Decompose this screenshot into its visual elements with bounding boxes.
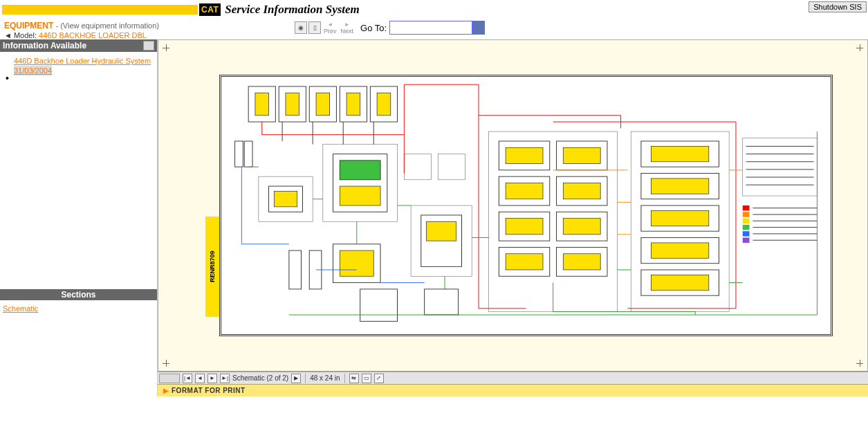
svg-rect-19 [289, 250, 302, 289]
format-bar: ▶ FORMAT FOR PRINT [158, 384, 868, 396]
svg-rect-26 [427, 221, 456, 241]
svg-rect-27 [425, 289, 459, 315]
svg-rect-55 [652, 243, 709, 258]
fit-page-icon[interactable]: ▭ [362, 374, 371, 383]
prev-arrow-icon[interactable]: ◄ [327, 21, 333, 28]
svg-rect-9 [377, 93, 391, 116]
globe-icon[interactable]: ◉ [295, 21, 307, 34]
sidebar: Information Available • 446D Backhoe Loa… [0, 39, 158, 396]
svg-rect-51 [652, 178, 709, 194]
sidebar-section-schematic[interactable]: Schematic [3, 304, 38, 313]
app-title: Service Information System [225, 3, 360, 17]
svg-rect-57 [652, 275, 709, 290]
svg-rect-69 [743, 231, 750, 236]
svg-rect-22 [340, 250, 373, 276]
first-page-icon[interactable]: |◄ [183, 374, 192, 383]
svg-rect-14 [274, 192, 297, 207]
next-page-icon[interactable]: ► [207, 374, 217, 383]
equipment-title: EQUIPMENT [4, 21, 53, 30]
schematic-diagram [219, 75, 833, 336]
svg-rect-40 [506, 219, 543, 235]
svg-rect-70 [743, 238, 750, 243]
prev-page-icon[interactable]: ◄ [195, 374, 205, 383]
app-header: CAT Service Information System Shutdown … [0, 0, 868, 19]
cat-logo-text: CAT [201, 5, 219, 15]
svg-rect-5 [255, 93, 269, 116]
viewer-status-bar: |◄ ◄ ► ►| Schematic (2 of 2) ▶ 48 x 24 i… [158, 371, 868, 384]
model-value: 446D BACKHOE LOADER DBL [39, 31, 147, 39]
svg-rect-44 [506, 254, 543, 270]
svg-rect-38 [563, 183, 600, 199]
sidebar-sections-body: Schematic [0, 300, 157, 317]
svg-rect-29 [438, 154, 465, 180]
equipment-bar: EQUIPMENT - (View equipment information)… [0, 19, 868, 39]
last-page-icon[interactable]: ►| [220, 374, 230, 383]
status-title: Schematic (2 of 2) [232, 374, 288, 382]
sidebar-item-doc-title[interactable]: 446D Backhoe Loader Hydraulic System [14, 56, 156, 66]
shutdown-button[interactable]: Shutdown SIS [809, 1, 867, 12]
svg-rect-53 [652, 210, 709, 226]
nav-toolbar: ◉ ▯ ◄ Prev ► Next Go To: [295, 21, 485, 35]
document-icon[interactable]: ▯ [308, 21, 321, 34]
header-accent-bar [2, 5, 198, 15]
sidebar-sections-header: Sections [0, 289, 157, 300]
back-arrow-icon[interactable]: ◄ [4, 31, 12, 39]
svg-rect-68 [743, 225, 750, 230]
viewer-canvas[interactable]: RENR8709 [158, 39, 868, 371]
cat-logo: CAT [199, 3, 221, 16]
sidebar-info-header: Information Available [0, 39, 157, 52]
format-for-print-link[interactable]: FORMAT FOR PRINT [172, 387, 246, 394]
goto-label: Go To: [360, 23, 387, 33]
zoom-icon[interactable]: ⤢ [374, 374, 384, 383]
svg-rect-11 [244, 141, 252, 167]
goto-dropdown-icon[interactable] [472, 21, 485, 35]
sidebar-info-body: • 446D Backhoe Loader Hydraulic System 3… [0, 52, 157, 137]
sidebar-collapse-icon[interactable] [143, 41, 154, 51]
svg-rect-17 [340, 160, 380, 180]
play-icon[interactable]: ▶ [291, 374, 301, 383]
next-arrow-icon[interactable]: ► [344, 21, 350, 28]
svg-rect-66 [743, 212, 750, 217]
sidebar-info-header-label: Information Available [3, 41, 86, 51]
page-size-label: 48 x 24 in [310, 374, 340, 382]
svg-rect-32 [506, 147, 543, 163]
format-arrow-icon: ▶ [163, 387, 169, 394]
bullet-icon: • [6, 73, 9, 84]
svg-rect-18 [340, 186, 380, 205]
svg-rect-34 [563, 147, 600, 163]
model-label: Model: [14, 31, 37, 39]
svg-rect-28 [404, 154, 431, 180]
model-line: ◄ Model: 446D BACKHOE LOADER DBL [4, 31, 288, 39]
horizontal-scrollbar[interactable] [159, 374, 180, 383]
svg-rect-65 [743, 205, 750, 210]
sidebar-item-doc-date[interactable]: 31/03/2004 [14, 66, 52, 75]
svg-rect-10 [235, 141, 243, 167]
svg-rect-42 [563, 219, 600, 235]
document-id-label: RENR8709 [205, 217, 219, 317]
svg-rect-7 [316, 93, 330, 116]
fit-width-icon[interactable]: ⇆ [349, 374, 359, 383]
goto-select[interactable] [389, 21, 472, 35]
equipment-view-link[interactable]: - (View equipment information) [55, 21, 159, 30]
svg-rect-23 [360, 289, 398, 322]
svg-rect-8 [347, 93, 360, 116]
equipment-info: EQUIPMENT - (View equipment information)… [4, 21, 288, 39]
svg-rect-6 [286, 93, 299, 116]
svg-rect-49 [652, 146, 709, 161]
svg-rect-67 [743, 219, 750, 223]
svg-rect-36 [506, 183, 543, 199]
viewer: RENR8709 [158, 39, 868, 396]
next-label: Next [341, 28, 354, 35]
prev-label: Prev [324, 28, 337, 35]
main-area: Information Available • 446D Backhoe Loa… [0, 39, 868, 396]
svg-rect-46 [563, 254, 600, 270]
